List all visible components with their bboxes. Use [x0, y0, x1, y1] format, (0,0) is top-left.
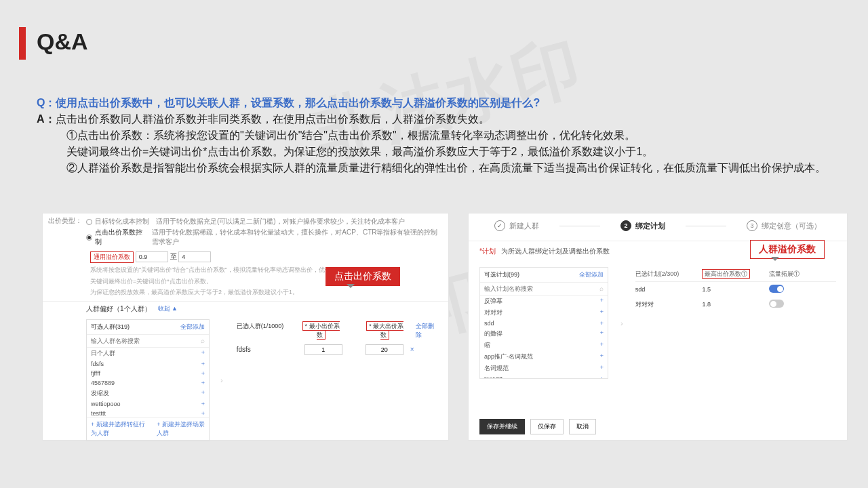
selected-plans-table: 已选计划(2/300) 最高出价系数① 流量拓展① sdd1.5对对对1.8	[635, 267, 836, 379]
answer-label: A：	[37, 113, 56, 125]
list-item[interactable]: tes123+	[480, 374, 608, 378]
plus-icon[interactable]: +	[201, 410, 205, 417]
bullet-1b: 关键词最终出价=关键词出价*点击出价系数。为保证您的投放效果，最高溢价系数应大于…	[37, 144, 854, 160]
radio-cost[interactable]	[86, 219, 92, 225]
toggle[interactable]	[769, 285, 784, 293]
stepper: ✓新建人群 2绑定计划 3绑定创意（可选）	[469, 214, 847, 241]
click-coef-callout: 点击出价系数	[326, 267, 400, 286]
premium-tag: 通用溢价系数	[90, 251, 134, 263]
plus-icon[interactable]: +	[600, 329, 604, 338]
new-scene-crowd[interactable]: + 新建并选择场景人群	[153, 418, 209, 441]
max-coef-header: 最高出价系数①	[702, 269, 750, 279]
step3-icon: 3	[747, 220, 757, 231]
remove-icon[interactable]: ×	[406, 346, 418, 353]
search-icon: ⌕	[197, 335, 209, 347]
plus-icon[interactable]: +	[600, 297, 604, 306]
max-coef-header: * 最大出价系数	[366, 321, 403, 340]
page-title: Q&A	[37, 28, 88, 55]
available-plans: 可选计划(99)全部添加 ⌕ 反弹幕+对对对+sdd+的撒得+缩+app推广-名…	[479, 267, 608, 379]
plus-icon[interactable]: +	[201, 389, 205, 398]
save-continue-button[interactable]: 保存并继续	[479, 419, 525, 434]
save-only-button[interactable]: 仅保存	[530, 419, 564, 434]
plus-icon[interactable]: +	[201, 401, 205, 407]
list-item[interactable]: 的撒得+	[480, 328, 608, 340]
list-item[interactable]: fdsfs+	[87, 359, 209, 369]
pref-label: 人群偏好（1个人群）	[86, 304, 151, 314]
plus-icon[interactable]: +	[201, 370, 205, 377]
radio-click[interactable]	[86, 235, 92, 241]
list-item[interactable]: testttt+	[87, 409, 209, 417]
plus-icon[interactable]: +	[600, 364, 604, 373]
plus-icon[interactable]: +	[201, 380, 205, 386]
plus-icon[interactable]: +	[201, 349, 205, 358]
accent-bar	[19, 27, 26, 60]
answer-line1: 点击出价系数同人群溢价系数并非同类系数，在使用点击出价系数后，人群溢价系数失效。	[56, 113, 490, 125]
crowd-premium-callout: 人群溢价系数	[750, 240, 825, 259]
left-screenshot: 出价类型： 目标转化成本控制适用于转化数据充足(可以满足二新门槛)，对账户操作要…	[42, 213, 449, 441]
list-item[interactable]: sdd+	[480, 319, 608, 328]
bidtype-label: 出价类型：	[48, 216, 82, 247]
crowd-search-input[interactable]	[87, 335, 197, 347]
available-crowds: 可选人群(319)全部添加 ⌕ 日个人群+fdsfs+fjffff+456788…	[86, 319, 210, 441]
list-item[interactable]: 4567889+	[87, 378, 209, 388]
chevron-right-icon: ›	[218, 376, 226, 384]
qa-content: Q：使用点击出价系数中，也可以关联人群，设置系数，那么点击出价系数与人群溢价系数…	[37, 95, 854, 176]
new-behavior-crowd[interactable]: + 新建并选择转征行为人群	[87, 418, 153, 441]
list-item[interactable]: app推广-名词规范+	[480, 351, 608, 363]
table-row: 对对对1.8	[635, 297, 836, 312]
chevron-right-icon: ›	[618, 319, 626, 327]
toggle[interactable]	[769, 300, 784, 308]
list-item[interactable]: 反弹幕+	[480, 296, 608, 307]
plan-search-input[interactable]	[480, 283, 595, 295]
table-row: sdd1.5	[635, 282, 836, 297]
list-item[interactable]: 日个人群+	[87, 348, 209, 359]
add-all[interactable]: 全部添加	[180, 323, 205, 331]
collapse-link[interactable]: 收起 ▲	[158, 304, 178, 313]
step1-icon: ✓	[494, 220, 505, 231]
plus-icon[interactable]: +	[600, 308, 604, 317]
question: Q：使用点击出价系数中，也可以关联人群，设置系数，那么点击出价系数与人群溢价系数…	[37, 95, 854, 111]
plus-icon[interactable]: +	[201, 361, 205, 367]
max-coef-input[interactable]	[366, 344, 403, 355]
plus-icon[interactable]: +	[600, 375, 604, 378]
step2-icon: 2	[620, 220, 631, 231]
add-all-plans[interactable]: 全部添加	[579, 270, 604, 279]
list-item[interactable]: 缩+	[480, 340, 608, 351]
list-item[interactable]: 名词规范+	[480, 363, 608, 374]
list-item[interactable]: wettiopooo+	[87, 399, 209, 409]
coef-hi-input[interactable]: 4	[178, 251, 211, 262]
plus-icon[interactable]: +	[600, 320, 604, 327]
bullet-1: ①点击出价系数：系统将按您设置的"关键词出价"结合"点击出价系数"，根据流量转化…	[37, 127, 854, 144]
search-icon: ⌕	[595, 283, 608, 295]
cancel-button[interactable]: 取消	[569, 419, 596, 434]
plus-icon[interactable]: +	[600, 352, 604, 361]
min-coef-header: * 最小出价系数	[302, 321, 340, 340]
list-item[interactable]: 发缩发+	[87, 388, 209, 399]
coef-lo-input[interactable]: 0.9	[136, 251, 168, 262]
bullet-2: ②人群溢价系数是指智能出价系统会根据实际人群的流量质量进行精细化的弹性出价，在高…	[37, 160, 854, 176]
plus-icon[interactable]: +	[600, 341, 604, 350]
min-coef-input[interactable]	[304, 344, 342, 355]
delete-all[interactable]: 全部删除	[413, 322, 441, 340]
list-item[interactable]: 对对对+	[480, 307, 608, 319]
list-item[interactable]: fjffff+	[87, 369, 209, 378]
selected-crowds: 已选人群(1/1000) * 最小出价系数 * 最大出价系数 全部删除 fdsf…	[234, 319, 441, 441]
